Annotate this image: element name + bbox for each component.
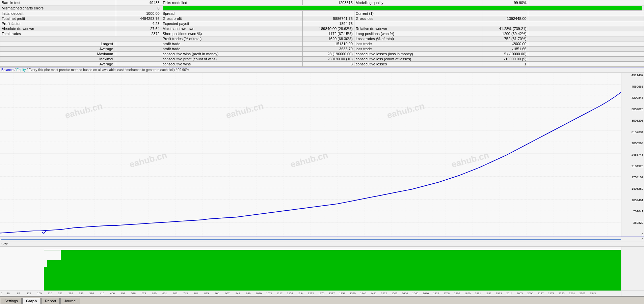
tab-settings[interactable]: Settings	[1, 298, 22, 304]
balance-chart-wrapper: eahub.cn eahub.cn eahub.cn eahub.cn eahu…	[0, 73, 644, 296]
empty13a	[116, 62, 161, 67]
avg-consec-losses-value: 1	[483, 62, 528, 67]
profit-factor-value: 4.23	[116, 21, 161, 26]
main-container: Bars in test 49433 Ticks modelled 120381…	[0, 0, 644, 304]
consec-losses-label: consecutive losses (loss in money)	[354, 52, 483, 57]
expected-payoff-value: 1894.73	[303, 21, 354, 26]
profit-factor-label: Profit factor	[0, 21, 116, 26]
x-label-5: 210	[45, 292, 55, 295]
bars-label: Bars in test	[0, 0, 116, 5]
consec-loss-value: -10000.00 (5)	[483, 57, 528, 62]
quality-value: 99.90%	[483, 0, 528, 5]
x-label-19: 784	[191, 292, 201, 295]
zero-label: 0	[642, 238, 643, 241]
empty9a	[116, 41, 161, 47]
stats-row-1: Bars in test 49433 Ticks modelled 120381…	[0, 0, 644, 5]
empty9b	[528, 41, 644, 47]
net-profit-value: 4494293.76	[116, 16, 161, 21]
svg-rect-24	[47, 260, 61, 291]
x-label-15: 620	[149, 292, 160, 295]
x-label-49: 2014	[504, 292, 514, 295]
spread-label: Spread	[161, 11, 303, 16]
empty8	[528, 36, 644, 41]
empty12a	[116, 57, 161, 62]
stats-row-7: Total trades 2372 Short positions (won %…	[0, 31, 644, 36]
average-label: Average	[0, 47, 116, 52]
avg-profit-label: profit trade	[161, 47, 303, 52]
balance-chart-svg	[0, 73, 621, 237]
mismatched-value: 0	[116, 5, 161, 11]
empty11a	[116, 52, 161, 57]
ticks-label: Ticks modelled	[161, 0, 303, 5]
max-dd-label: Maximal drawdown	[161, 26, 303, 31]
spread-value	[303, 11, 354, 16]
bottom-tabs: Settings Graph Report Journal	[0, 296, 644, 304]
ticks-value: 1203815	[303, 0, 354, 5]
consec-wins-label: consecutive wins (profit in money)	[161, 52, 303, 57]
stats-row-10: Average profit trade 3633.79 loss trade …	[0, 47, 644, 52]
x-label-18: 743	[180, 292, 191, 295]
consec-wins-value: 28 (196660.00)	[303, 52, 354, 57]
x-label-6: 251	[55, 292, 65, 295]
y-label-11: 1052461	[622, 199, 643, 202]
svg-rect-22	[61, 250, 621, 291]
consec-loss-label: consecutive loss (count of losses)	[354, 57, 483, 62]
x-label-46: 1891	[473, 292, 483, 295]
x-axis-row: 0 46 87 128 169 210 251 292 333 374 415 …	[0, 291, 644, 296]
balance-chart-container: eahub.cn eahub.cn eahub.cn eahub.cn eahu…	[0, 73, 644, 237]
total-trades-value: 2372	[116, 31, 161, 36]
x-label-4: 169	[34, 292, 45, 295]
avg-loss-label: loss trade	[354, 47, 483, 52]
maximal-label: Maximal	[0, 57, 116, 62]
stats-row-9: Largest profit trade 151310.00 loss trad…	[0, 41, 644, 47]
x-label-54: 2220	[556, 292, 567, 295]
quality-label: Modelling quality	[354, 0, 483, 5]
size-chart-container	[0, 247, 644, 291]
x-label-48: 1973	[494, 292, 504, 295]
current-value	[483, 11, 528, 16]
y-label-2: 4209846	[622, 96, 643, 99]
x-label-3: 128	[24, 292, 34, 295]
y-label-1: 4560666	[622, 85, 643, 88]
x-label-12: 497	[118, 292, 128, 295]
x-label-56: 2302	[577, 292, 588, 295]
stats-section: Bars in test 49433 Ticks modelled 120381…	[0, 0, 644, 67]
avg-consec-wins-value: 3	[303, 62, 354, 67]
x-label-25: 1030	[253, 292, 264, 295]
empty5	[528, 26, 644, 31]
x-label-57: 2343	[588, 292, 598, 295]
avg-consec-wins-label: consecutive wins	[161, 62, 303, 67]
rel-dd-value: 41.28% (739.21)	[483, 26, 528, 31]
consec-profit-label: consecutive profit (count of wins)	[161, 57, 303, 62]
largest-profit-value: 151310.00	[303, 41, 354, 47]
tab-report[interactable]: Report	[41, 298, 60, 304]
x-label-44: 1809	[452, 292, 462, 295]
stats-row-12: Maximal consecutive profit (count of win…	[0, 57, 644, 62]
y-label-14: 0	[622, 233, 643, 236]
empty6	[528, 31, 644, 36]
x-label-55: 2261	[567, 292, 577, 295]
x-label-26: 1071	[264, 292, 274, 295]
x-label-2: 87	[13, 292, 24, 295]
empty1	[528, 0, 644, 5]
consec-losses-value: 5 (-10000.00)	[483, 52, 528, 57]
stats-row-11: Maximum consecutive wins (profit in mone…	[0, 52, 644, 57]
tab-graph[interactable]: Graph	[22, 298, 41, 304]
consec-profit-value: 230180.00 (10)	[303, 57, 354, 62]
stats-row-8: Profit trades (% of total) 1620 (68.30%)…	[0, 36, 644, 41]
bars-value: 49433	[116, 0, 161, 5]
x-label-21: 866	[212, 292, 222, 295]
profit-trades-label: Profit trades (% of total)	[161, 36, 303, 41]
empty13b	[528, 62, 644, 67]
balance-label: Balance	[1, 68, 14, 72]
x-label-31: 1276	[316, 292, 327, 295]
deposit-value: 1000.00	[116, 11, 161, 16]
y-label-4: 3508205	[622, 119, 643, 122]
tab-journal[interactable]: Journal	[60, 298, 80, 304]
x-label-34: 1399	[347, 292, 358, 295]
x-label-39: 1604	[400, 292, 410, 295]
stats-row-3: Initial deposit 1000.00 Spread Current (…	[0, 11, 644, 16]
maximum-label: Maximum	[0, 52, 116, 57]
current-label: Current (1)	[354, 11, 483, 16]
x-label-53: 2178	[546, 292, 556, 295]
